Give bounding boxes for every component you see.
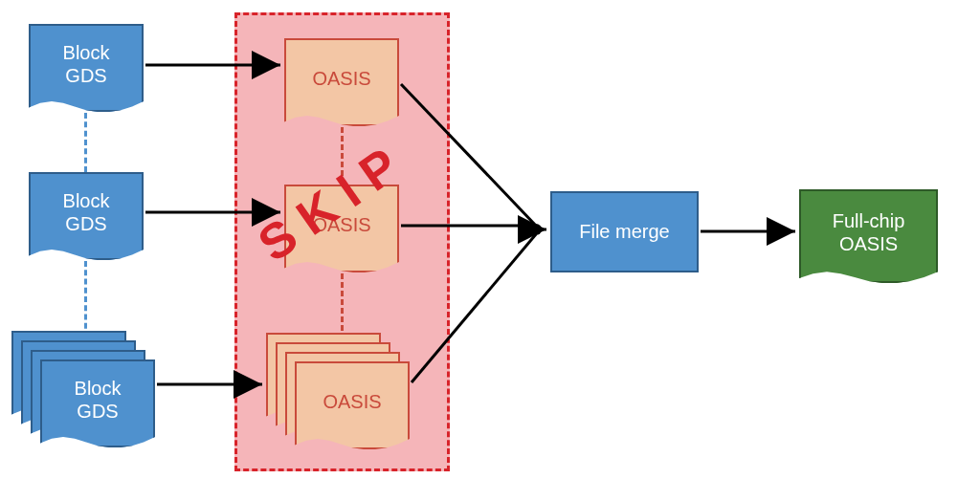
label: Full-chip [801, 209, 936, 232]
label: Block [31, 41, 142, 64]
output-full-chip-oasis: Full-chip OASIS [799, 189, 938, 283]
label: Block [42, 377, 153, 400]
svg-point-6 [530, 224, 542, 235]
intermediate-oasis-3: OASIS [295, 361, 410, 449]
label: OASIS [286, 67, 397, 90]
dashed-connector-1 [84, 113, 87, 172]
label: Block [31, 189, 142, 212]
dashed-connector-mid-2 [341, 273, 344, 331]
input-block-gds-3: Block GDS [40, 359, 155, 447]
intermediate-oasis-1: OASIS [284, 38, 399, 126]
label: OASIS [297, 390, 408, 413]
label: OASIS [286, 213, 397, 236]
label: GDS [31, 64, 142, 87]
label: File merge [579, 221, 669, 243]
diagram-canvas: Block GDS Block GDS Block GDS OASIS OASI… [0, 0, 980, 479]
input-block-gds-2: Block GDS [29, 172, 144, 260]
label: OASIS [801, 232, 936, 255]
dashed-connector-mid-1 [341, 127, 344, 185]
label: GDS [31, 212, 142, 235]
intermediate-oasis-2: OASIS [284, 185, 399, 272]
label: GDS [42, 400, 153, 423]
file-merge-process: File merge [550, 191, 699, 272]
input-block-gds-1: Block GDS [29, 24, 144, 112]
dashed-connector-2 [84, 261, 87, 337]
